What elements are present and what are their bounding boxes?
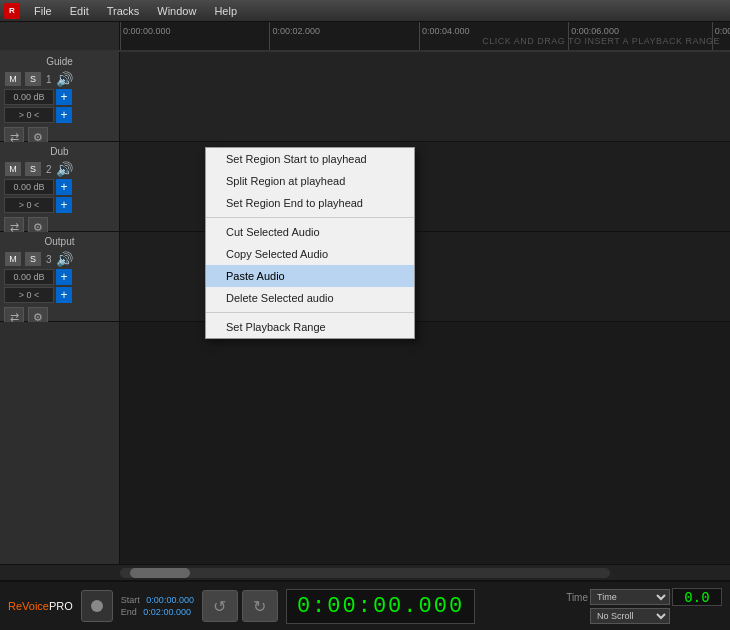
track-guide-timeline[interactable] [120,52,730,141]
track-output-buttons: M S 3 🔊 [4,251,115,267]
menu-file[interactable]: File [26,3,60,19]
track-guide-speaker-icon[interactable]: 🔊 [56,71,73,87]
svg-point-0 [91,600,103,612]
track-dub-mute[interactable]: M [4,161,22,177]
brand-pro: PRO [49,600,73,612]
tick-2: 0:00:04.000 [419,22,470,50]
track-output-speaker-icon[interactable]: 🔊 [56,251,73,267]
track-guide-pan[interactable]: > 0 < [4,107,54,123]
app-logo: R [4,3,20,19]
brand-revoice: ReVoice [8,600,49,612]
track-dub-pan[interactable]: > 0 < [4,197,54,213]
end-label: End [121,607,137,617]
ruler-spacer [0,22,120,50]
time-control-row: Time Time 0.0 [538,588,722,606]
track-guide-volume[interactable]: 0.00 dB [4,89,54,105]
track-guide-label: Guide [4,56,115,67]
track-guide-mute[interactable]: M [4,71,22,87]
track-dub-num: 2 [46,164,52,175]
track-dub-pan-plus[interactable]: + [56,197,72,213]
undo-button[interactable]: ↺ [202,590,238,622]
track-output-mute[interactable]: M [4,251,22,267]
track-dub-buttons: M S 2 🔊 [4,161,115,177]
ctx-separator-1 [206,217,414,218]
scrollbar-area [0,564,730,580]
track-dub-controls: Dub M S 2 🔊 0.00 dB + > 0 < + ⇄ ⚙ [0,142,120,231]
track-guide-solo[interactable]: S [24,71,42,87]
menu-window[interactable]: Window [149,3,204,19]
undo-redo-group: ↺ ↻ [202,590,278,622]
ctx-set-playback-range[interactable]: Set Playback Range [206,316,414,338]
menu-tracks[interactable]: Tracks [99,3,148,19]
timeline-ruler: 0:00:00.000 0:00:02.000 0:00:04.000 0:00… [0,22,730,52]
tick-1: 0:00:02.000 [269,22,320,50]
ctx-set-region-end[interactable]: Set Region End to playhead [206,192,414,214]
scrollbar-thumb[interactable] [130,568,190,578]
brand: ReVoicePRO [8,600,73,612]
track-guide-pan-row: > 0 < + [4,107,115,123]
track-output-pan[interactable]: > 0 < [4,287,54,303]
ctx-delete-audio[interactable]: Delete Selected audio [206,287,414,309]
ctx-separator-2 [206,312,414,313]
track-dub-volume-plus[interactable]: + [56,179,72,195]
ctx-set-region-start[interactable]: Set Region Start to playhead [206,148,414,170]
ruler-hint: CLICK AND DRAG TO INSERT A PLAYBACK RANG… [482,36,720,46]
menu-edit[interactable]: Edit [62,3,97,19]
track-output-volume-row: 0.00 dB + [4,269,115,285]
track-dub-speaker-icon[interactable]: 🔊 [56,161,73,177]
tick-0: 0:00:00.000 [120,22,171,50]
tracks-container: Guide M S 1 🔊 0.00 dB + > 0 < + ⇄ ⚙ [0,52,730,580]
time-info: Start 0:00:00.000 End 0:02:00.000 [121,595,194,617]
time-select[interactable]: Time [590,589,670,605]
timecode-display: 0:00:00.000 [286,589,475,624]
track-guide-volume-plus[interactable]: + [56,89,72,105]
track-dub-volume-row: 0.00 dB + [4,179,115,195]
redo-button[interactable]: ↻ [242,590,278,622]
start-time: 0:00:00.000 [146,595,194,605]
track-dub-solo[interactable]: S [24,161,42,177]
track-output-pan-plus[interactable]: + [56,287,72,303]
track-output-pan-row: > 0 < + [4,287,115,303]
menu-bar: File Edit Tracks Window Help [26,3,245,19]
track-output-volume-plus[interactable]: + [56,269,72,285]
start-label: Start [121,595,140,605]
track-output-label: Output [4,236,115,247]
track-guide-num: 1 [46,74,52,85]
end-time: 0:02:00.000 [143,607,191,617]
scroll-select[interactable]: No Scroll [590,608,670,624]
track-guide: Guide M S 1 🔊 0.00 dB + > 0 < + ⇄ ⚙ [0,52,730,142]
track-dub-pan-row: > 0 < + [4,197,115,213]
horizontal-scrollbar[interactable] [120,568,610,578]
ctx-copy-audio[interactable]: Copy Selected Audio [206,243,414,265]
end-time-row: End 0:02:00.000 [121,607,194,617]
time-label: Time [538,592,588,603]
track-output-controls: Output M S 3 🔊 0.00 dB + > 0 < + ⇄ ⚙ [0,232,120,321]
track-dub-label: Dub [4,146,115,157]
ctx-cut-audio[interactable]: Cut Selected Audio [206,221,414,243]
track-output-volume[interactable]: 0.00 dB [4,269,54,285]
transport-record[interactable] [81,590,113,622]
track-output-num: 3 [46,254,52,265]
right-controls: Time Time 0.0 No Scroll [538,588,722,624]
bottom-bar: ReVoicePRO Start 0:00:00.000 End 0:02:00… [0,580,730,630]
track-guide-buttons: M S 1 🔊 [4,71,115,87]
title-bar: R File Edit Tracks Window Help [0,0,730,22]
track-guide-controls: Guide M S 1 🔊 0.00 dB + > 0 < + ⇄ ⚙ [0,52,120,141]
master-display: 0.0 [672,588,722,606]
app-window: R File Edit Tracks Window Help 0:00:00.0… [0,0,730,630]
track-dub-volume[interactable]: 0.00 dB [4,179,54,195]
empty-timeline [120,322,730,564]
empty-track-area [0,322,730,564]
track-output-solo[interactable]: S [24,251,42,267]
menu-help[interactable]: Help [206,3,245,19]
start-time-row: Start 0:00:00.000 [121,595,194,605]
track-guide-pan-plus[interactable]: + [56,107,72,123]
ctx-paste-audio[interactable]: Paste Audio [206,265,414,287]
ctx-split-region[interactable]: Split Region at playhead [206,170,414,192]
ruler-ticks[interactable]: 0:00:00.000 0:00:02.000 0:00:04.000 0:00… [120,22,730,50]
empty-controls [0,322,120,564]
scroll-control-row: No Scroll [538,608,722,624]
track-guide-volume-row: 0.00 dB + [4,89,115,105]
context-menu: Set Region Start to playhead Split Regio… [205,147,415,339]
